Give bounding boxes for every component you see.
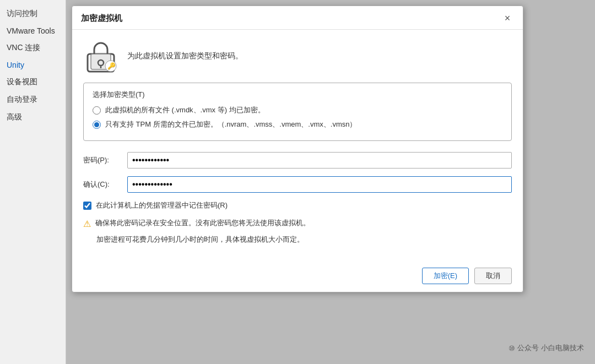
dialog-header-text: 为此虚拟机设置加密类型和密码。	[127, 51, 243, 61]
dialog-title: 加密虚拟机	[81, 13, 122, 24]
warning-row: ⚠ 确保将此密码记录在安全位置。没有此密码您将无法使用该虚拟机。	[83, 218, 512, 229]
lock-icon: 🔑	[83, 39, 118, 74]
dialog-overlay: 加密虚拟机 × 🔑	[66, 0, 595, 364]
password-field-row: 密码(P):	[83, 152, 512, 169]
sidebar-item-device-view[interactable]: 设备视图	[0, 74, 66, 90]
encrypt-button[interactable]: 加密(E)	[422, 268, 469, 284]
warning-icon: ⚠	[83, 219, 91, 229]
encryption-type-legend: 选择加密类型(T)	[93, 90, 502, 100]
radio-option1-row: 此虚拟机的所有文件 (.vmdk、.vmx 等) 均已加密。	[93, 105, 502, 115]
sidebar-item-advanced[interactable]: 高级	[0, 109, 66, 126]
password-label: 密码(P):	[83, 155, 127, 165]
watermark-icon: ⑩	[509, 344, 515, 352]
cancel-button[interactable]: 取消	[474, 268, 512, 284]
info-text: 加密进程可花费几分钟到几小时的时间，具体视虚拟机大小而定。	[83, 235, 512, 245]
confirm-field-row: 确认(C):	[83, 176, 512, 193]
radio-all-files-label[interactable]: 此虚拟机的所有文件 (.vmdk、.vmx 等) 均已加密。	[105, 105, 265, 115]
dialog-titlebar: 加密虚拟机 ×	[72, 6, 523, 30]
watermark-text: 公众号 小白电脑技术	[517, 343, 584, 353]
remember-password-row: 在此计算机上的凭据管理器中记住密码(R)	[83, 200, 512, 210]
sidebar-item-auto-login[interactable]: 自动登录	[0, 91, 66, 108]
svg-text:🔑: 🔑	[107, 62, 116, 70]
dialog-body: 🔑 为此虚拟机设置加密类型和密码。 选择加密类型(T) 此虚拟机的所有文件 (.…	[72, 30, 523, 262]
watermark: ⑩ 公众号 小白电脑技术	[509, 343, 584, 353]
encrypt-vm-dialog: 加密虚拟机 × 🔑	[72, 6, 523, 292]
radio-tpm-files-label[interactable]: 只有支持 TPM 所需的文件已加密。（.nvram、.vmss、.vmem、.v…	[105, 119, 356, 129]
sidebar-item-vmware-tools[interactable]: VMware Tools	[0, 23, 66, 39]
password-input[interactable]	[127, 152, 512, 169]
sidebar-item-vnc-connect[interactable]: VNC 连接	[0, 40, 66, 56]
remember-password-checkbox[interactable]	[83, 202, 91, 210]
radio-option2-row: 只有支持 TPM 所需的文件已加密。（.nvram、.vmss、.vmem、.v…	[93, 119, 502, 129]
dialog-header: 🔑 为此虚拟机设置加密类型和密码。	[83, 39, 512, 74]
close-button[interactable]: ×	[501, 12, 514, 25]
remember-password-label[interactable]: 在此计算机上的凭据管理器中记住密码(R)	[96, 200, 228, 210]
sidebar: 访问控制 VMware Tools VNC 连接 Unity 设备视图 自动登录…	[0, 0, 66, 364]
warning-text: 确保将此密码记录在安全位置。没有此密码您将无法使用该虚拟机。	[95, 218, 310, 228]
confirm-input[interactable]	[127, 176, 512, 193]
sidebar-item-access-control[interactable]: 访问控制	[0, 6, 66, 22]
dialog-footer: 加密(E) 取消	[72, 262, 523, 292]
main-area: 加密虚拟机 × 🔑	[66, 0, 595, 364]
confirm-label: 确认(C):	[83, 180, 127, 189]
radio-all-files[interactable]	[93, 106, 101, 115]
radio-tpm-files[interactable]	[93, 121, 101, 129]
encryption-type-group: 选择加密类型(T) 此虚拟机的所有文件 (.vmdk、.vmx 等) 均已加密。…	[83, 83, 512, 141]
sidebar-item-unity[interactable]: Unity	[0, 57, 66, 73]
